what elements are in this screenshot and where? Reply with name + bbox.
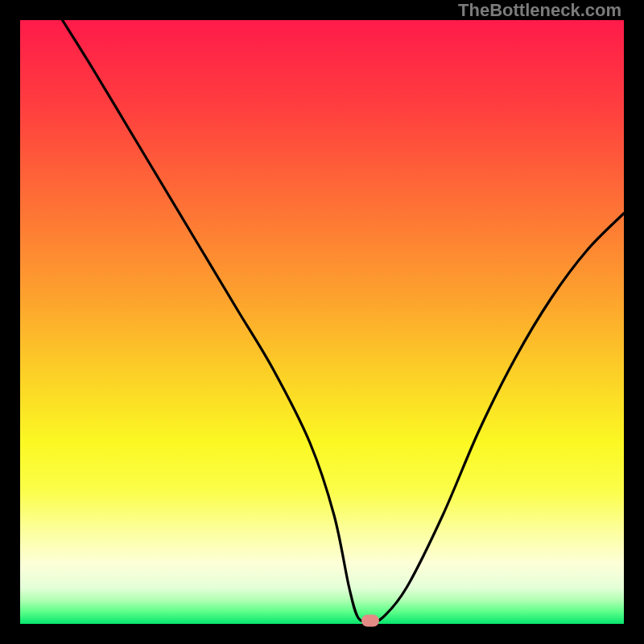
- gradient-background: [20, 20, 624, 624]
- watermark-text: TheBottleneck.com: [458, 0, 621, 21]
- optimal-marker: [361, 615, 379, 627]
